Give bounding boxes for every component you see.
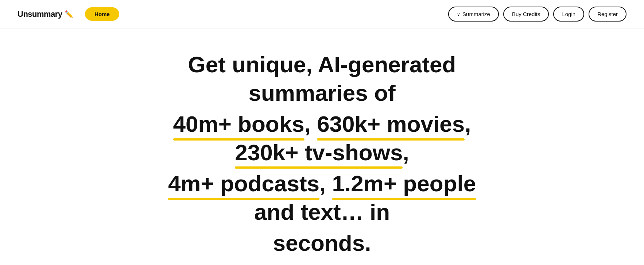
hero-people: 1.2m+ people <box>332 169 476 198</box>
hero-section: Get unique, AI-generated summaries of 40… <box>0 28 644 265</box>
hero-books: 40m+ books <box>173 110 304 138</box>
hero-sep1: , <box>304 111 317 137</box>
home-button[interactable]: Home <box>85 7 119 21</box>
hero-title: Get unique, AI-generated summaries of 40… <box>158 50 486 260</box>
summarize-button[interactable]: ∨ Summarize <box>448 7 499 22</box>
nav-left: Unsummary ✏️ Home <box>18 7 119 21</box>
hero-sep4: , <box>319 171 332 196</box>
nav-right: ∨ Summarize Buy Credits Login Register <box>448 7 626 22</box>
hero-line-4: seconds. <box>158 229 486 257</box>
navbar: Unsummary ✏️ Home ∨ Summarize Buy Credit… <box>0 0 644 28</box>
buy-credits-button[interactable]: Buy Credits <box>503 7 549 22</box>
register-button[interactable]: Register <box>589 7 626 22</box>
summarize-label: Summarize <box>462 11 490 17</box>
hero-movies: 630k+ movies <box>317 110 465 138</box>
hero-line-2: 40m+ books, 630k+ movies, 230k+ tv-shows… <box>158 110 486 166</box>
hero-podcasts: 4m+ podcasts <box>168 169 319 198</box>
hero-line-1: Get unique, AI-generated summaries of <box>158 50 486 107</box>
chevron-down-icon: ∨ <box>457 12 460 17</box>
login-button[interactable]: Login <box>553 7 584 22</box>
hero-tvshows: 230k+ tv-shows <box>235 138 403 167</box>
hero-sep3: , <box>403 140 409 165</box>
hero-rest: and text… in <box>254 199 390 224</box>
hero-sep2: , <box>465 111 471 137</box>
logo-text: Unsummary <box>18 9 62 19</box>
pencil-icon: ✏️ <box>65 10 74 19</box>
logo: Unsummary ✏️ <box>18 9 73 19</box>
hero-line-3: 4m+ podcasts, 1.2m+ people and text… in <box>158 169 486 226</box>
